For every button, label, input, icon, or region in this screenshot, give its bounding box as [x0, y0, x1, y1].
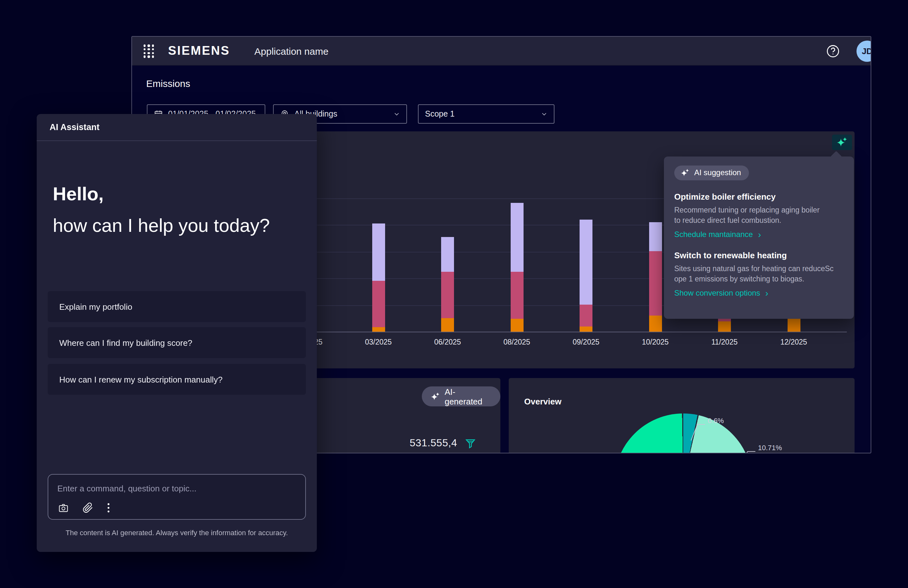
scope-value: Scope 1: [425, 110, 536, 119]
bar-segment-orange-bottom: [372, 327, 385, 332]
bar-segment-pink-middle: [649, 251, 662, 316]
x-axis-label: 06/2025: [425, 338, 470, 346]
help-icon[interactable]: [826, 44, 840, 58]
total-emissions-value: 531.555,4: [410, 437, 457, 449]
bar-segment-orange-bottom: [787, 317, 800, 332]
schedule-maintenance-link[interactable]: Schedule mantainance ›: [674, 230, 844, 239]
x-axis-label: 08/2025: [494, 338, 539, 346]
prompt-suggestion-button[interactable]: Where can I find my building score?: [48, 327, 306, 358]
suggestion-body: Recommend tuning or replacing aging boil…: [674, 205, 844, 226]
prompt-suggestion-button[interactable]: How can I renew my subscription manually…: [48, 364, 306, 395]
bar-segment-orange-bottom: [510, 319, 523, 332]
pie-slice-label: 10.71%: [758, 444, 782, 451]
overview-card: Overview 0.6% 10.71%: [509, 378, 855, 453]
show-conversion-options-link[interactable]: Show conversion options ›: [674, 289, 844, 298]
prompt-suggestion-button[interactable]: Explain my portfolio: [48, 291, 306, 322]
avatar[interactable]: JD: [856, 40, 871, 62]
x-axis-label: 03/2025: [356, 338, 401, 346]
ai-generated-label: AI-generated: [445, 387, 491, 406]
overview-title: Overview: [524, 397, 562, 406]
ai-generated-badge: AI-generated: [422, 387, 501, 406]
attachment-icon[interactable]: [82, 503, 93, 513]
chevron-down-icon: [541, 111, 547, 117]
pie-donut-hole: [654, 453, 713, 453]
suggestion-body: Sites using natural gas for heating can …: [674, 263, 844, 284]
sparkle-icon: [681, 168, 690, 177]
ai-suggestion-popup: AI suggestion Optimize boiler efficiency…: [664, 156, 854, 319]
x-axis-label: 12/2025: [771, 338, 816, 346]
bar-segment-lavender-top: [580, 219, 592, 304]
greeting: Hello, how can I help you today?: [53, 184, 270, 236]
chevron-down-icon: [393, 111, 400, 117]
chat-input[interactable]: [57, 481, 296, 495]
bar-segment-orange-bottom: [718, 321, 731, 332]
page-title: Emissions: [146, 78, 190, 89]
bar-segment-lavender-top: [372, 223, 385, 280]
bar-segment-orange-bottom: [441, 318, 454, 332]
app-header: SIEMENS Application name JD: [132, 37, 871, 66]
scope-filter[interactable]: Scope 1: [418, 104, 554, 124]
sparkle-icon: [431, 392, 440, 401]
screen: SIEMENS Application name JD Emissions 01…: [0, 0, 908, 588]
bar-segment-pink-middle: [580, 304, 592, 327]
greeting-line1: Hello,: [53, 184, 270, 205]
overview-pie-chart: [614, 414, 752, 453]
ai-assistant-header: AI Assistant: [37, 114, 317, 141]
x-axis-label: 10/2025: [633, 338, 678, 346]
bar-segment-pink-middle: [441, 272, 454, 318]
suggestion-title: Switch to renewable heating: [674, 251, 844, 260]
bar-segment-pink-middle: [510, 272, 523, 319]
ai-assistant-title: AI Assistant: [50, 122, 100, 132]
more-options-icon[interactable]: [107, 503, 110, 513]
x-axis-label: 11/2025: [702, 338, 747, 346]
suggestion-item: Optimize boiler efficiency Recommend tun…: [674, 192, 844, 239]
suggestion-item: Switch to renewable heating Sites using …: [674, 251, 844, 298]
suggestion-title: Optimize boiler efficiency: [674, 192, 844, 201]
pie-slice-label: 0.6%: [708, 417, 724, 424]
chat-input-box: [48, 474, 306, 520]
bar-segment-lavender-top: [510, 203, 523, 272]
sparkle-icon: [836, 137, 848, 148]
ai-disclaimer: The content is AI generated. Always veri…: [37, 529, 317, 536]
bar-segment-orange-bottom: [580, 327, 592, 332]
ai-suggestion-toggle-button[interactable]: [832, 135, 852, 150]
bar-segment-pink-middle: [372, 280, 385, 327]
bar-segment-orange-bottom: [649, 316, 662, 332]
ai-assistant-panel: AI Assistant Hello, how can I help you t…: [37, 114, 317, 552]
bar-segment-lavender-top: [649, 222, 662, 251]
ai-suggestion-badge-label: AI suggestion: [694, 168, 741, 177]
ai-suggestion-badge: AI suggestion: [674, 166, 749, 180]
chevron-right-icon: ›: [758, 230, 761, 239]
application-name: Application name: [254, 46, 328, 57]
greeting-line2: how can I help you today?: [53, 215, 270, 236]
x-axis-label: 09/2025: [563, 338, 609, 346]
camera-icon[interactable]: [58, 503, 69, 513]
siemens-logo: SIEMENS: [168, 44, 230, 58]
bar-segment-lavender-top: [441, 237, 454, 272]
chevron-right-icon: ›: [765, 289, 768, 298]
filter-funnel-icon[interactable]: [465, 438, 476, 449]
app-launcher-icon[interactable]: [142, 44, 155, 59]
